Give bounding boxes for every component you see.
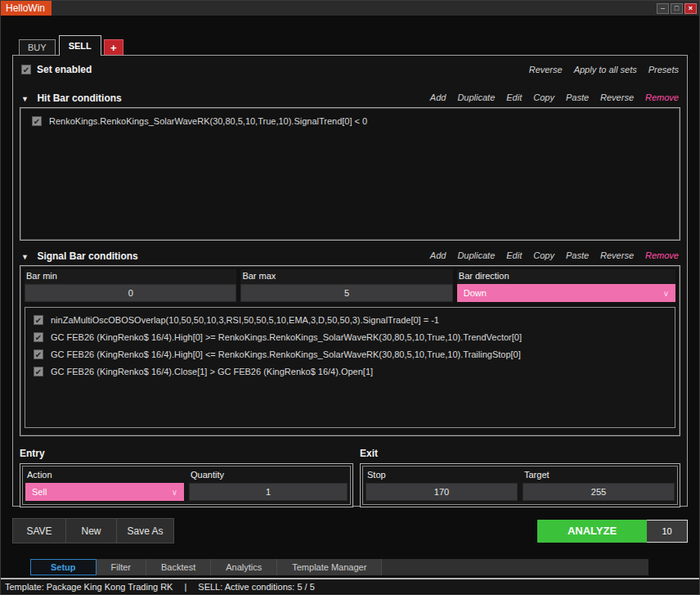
check-icon: ✔ [35,367,42,376]
collapse-triangle-icon[interactable]: ▼ [21,253,29,261]
hit-conditions-header: ▼ Hit Bar conditions Add Duplicate Edit … [21,91,679,104]
condition-text: RenkoKings.RenkoKings_SolarWaveRK(30,80,… [49,116,367,126]
add-tab-button[interactable]: + [104,39,123,55]
link-edit-hit[interactable]: Edit [506,92,522,102]
exit-fields: 170 255 [366,483,675,501]
condition-text: GC FEB26 (KingRenko$ 16/4).High[0] <= Re… [51,349,521,359]
close-icon: × [689,4,693,12]
save-button[interactable]: SAVE [12,518,66,543]
link-add-signal[interactable]: Add [430,250,446,260]
collapse-triangle-icon[interactable]: ▼ [21,95,29,103]
action-select[interactable]: Sell ∨ [25,483,184,501]
condition-checkbox[interactable]: ✔ [34,349,43,359]
check-icon: ✔ [35,316,42,325]
condition-checkbox[interactable]: ✔ [34,367,43,376]
check-icon: ✔ [34,117,40,126]
condition-row[interactable]: ✔ RenkoKings.RenkoKings_SolarWaveRK(30,8… [32,116,673,126]
tab-filter[interactable]: Filter [96,559,146,575]
link-duplicate-signal[interactable]: Duplicate [457,250,495,260]
exit-box: Stop Target 170 255 [360,463,680,507]
condition-checkbox[interactable]: ✔ [34,332,43,342]
tab-analytics[interactable]: Analytics [211,559,277,575]
exit-section: Exit Stop Target 170 255 [360,448,680,507]
tab-template-manager[interactable]: Template Manager [277,559,382,575]
hit-conditions-links: Add Duplicate Edit Copy Paste Reverse Re… [430,92,679,102]
set-enabled-row: ✔ Set enabled Reverse Apply to all sets … [21,63,679,76]
entry-box-inner: Action Quantity Sell ∨ 1 [22,466,351,505]
analyze-count[interactable]: 10 [647,520,688,543]
quantity-input[interactable]: 1 [189,483,348,501]
bar-direction-value: Down [464,288,487,298]
tab-backtest[interactable]: Backtest [146,559,211,575]
minimize-button[interactable]: – [657,3,669,14]
close-button[interactable]: × [684,3,697,14]
set-enabled-label: Set enabled [37,64,92,75]
save-as-button[interactable]: Save As [117,518,174,543]
entry-exit-row: Entry Action Quantity Sell ∨ 1 [20,448,680,507]
new-button[interactable]: New [66,518,117,543]
link-apply-all-sets[interactable]: Apply to all sets [574,65,637,74]
signal-conditions-box: Bar min Bar max Bar direction 0 5 Down ∨… [20,265,680,436]
link-copy-hit[interactable]: Copy [533,92,554,102]
chevron-down-icon: ∨ [663,289,669,298]
link-remove-hit[interactable]: Remove [645,92,679,102]
check-icon: ✔ [23,65,29,74]
link-remove-signal[interactable]: Remove [645,250,679,260]
signal-conditions-links: Add Duplicate Edit Copy Paste Reverse Re… [430,250,679,260]
link-add-hit[interactable]: Add [430,92,446,102]
target-label: Target [523,468,675,483]
link-paste-hit[interactable]: Paste [566,92,589,102]
chevron-down-icon: ∨ [172,488,177,497]
set-links: Reverse Apply to all sets Presets [529,65,679,74]
condition-row[interactable]: ✔ GC FEB26 (KingRenko$ 16/4).High[0] <= … [34,349,671,359]
maximize-button[interactable]: □ [671,3,683,14]
condition-row[interactable]: ✔ GC FEB26 (KingRenko$ 16/4).High[0] >= … [34,332,671,342]
bar-max-input[interactable]: 5 [240,284,452,302]
set-enabled-checkbox[interactable]: ✔ [21,65,31,74]
bar-direction-select[interactable]: Down ∨ [457,284,675,302]
signal-conditions-list: ✔ ninZaMultiOscOBOSOverlap(10,50,50,10,3… [25,307,675,428]
analyze-button[interactable]: ANALYZE [537,520,647,543]
status-separator: | [184,582,186,592]
app-window: HelloWin – □ × BUY SELL + ✔ Set enabled … [0,0,700,595]
signal-conditions-title: Signal Bar conditions [37,250,137,262]
exit-box-inner: Stop Target 170 255 [362,466,678,505]
condition-row[interactable]: ✔ ninZaMultiOscOBOSOverlap(10,50,50,10,3… [34,315,671,325]
link-duplicate-hit[interactable]: Duplicate [457,92,495,102]
condition-text: GC FEB26 (KingRenko$ 16/4).Close[1] > GC… [51,367,373,376]
condition-checkbox[interactable]: ✔ [34,315,43,325]
entry-fields: Sell ∨ 1 [25,483,348,501]
tab-sell[interactable]: SELL [59,35,101,56]
link-reverse-hit[interactable]: Reverse [600,92,634,102]
hit-conditions-title-group: ▼ Hit Bar conditions [21,90,122,105]
condition-text: GC FEB26 (KingRenko$ 16/4).High[0] >= Re… [51,332,522,342]
check-icon: ✔ [35,350,42,359]
entry-labels: Action Quantity [25,468,348,483]
bar-settings-labels: Bar min Bar max Bar direction [25,269,675,284]
title-bar: HelloWin – □ × [1,1,699,16]
condition-checkbox[interactable]: ✔ [32,116,42,126]
entry-box: Action Quantity Sell ∨ 1 [20,463,353,507]
set-enabled-group: ✔ Set enabled [21,64,92,75]
condition-row[interactable]: ✔ GC FEB26 (KingRenko$ 16/4).Close[1] > … [34,367,671,376]
link-reverse-signal[interactable]: Reverse [600,250,634,260]
entry-section: Entry Action Quantity Sell ∨ 1 [20,448,353,507]
bottom-tab-bar: Setup Filter Backtest Analytics Template… [30,559,648,575]
condition-text: ninZaMultiOscOBOSOverlap(10,50,50,10,3,R… [51,315,439,325]
link-paste-signal[interactable]: Paste [566,250,589,260]
status-active-conditions: SELL: Active conditions: 5 / 5 [198,582,314,592]
link-reverse-set[interactable]: Reverse [529,65,563,74]
target-input[interactable]: 255 [523,483,675,501]
order-side-tabs: BUY SELL + [12,35,688,55]
link-edit-signal[interactable]: Edit [506,250,522,260]
bar-direction-label: Bar direction [457,269,675,284]
link-presets[interactable]: Presets [648,65,679,74]
maximize-icon: □ [675,4,679,12]
tab-setup[interactable]: Setup [30,559,96,575]
stop-label: Stop [366,468,518,483]
signal-conditions-header: ▼ Signal Bar conditions Add Duplicate Ed… [21,249,679,262]
stop-input[interactable]: 170 [366,483,518,501]
bar-min-input[interactable]: 0 [25,284,236,302]
tab-buy[interactable]: BUY [19,39,56,55]
link-copy-signal[interactable]: Copy [533,250,554,260]
